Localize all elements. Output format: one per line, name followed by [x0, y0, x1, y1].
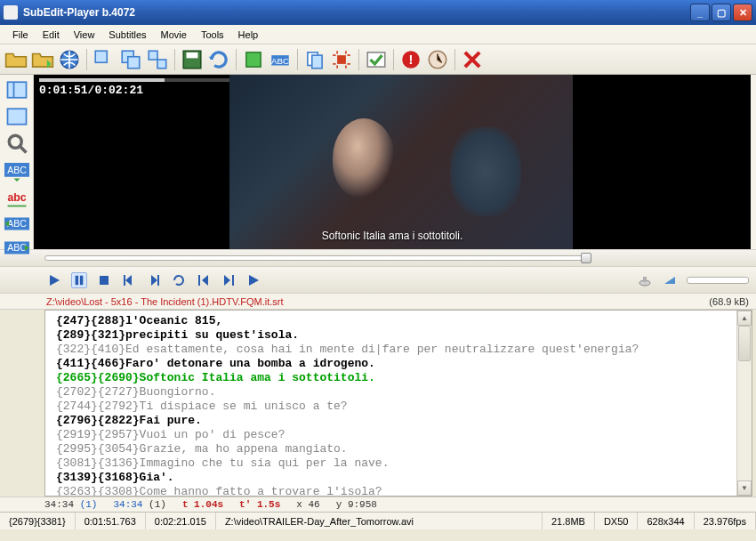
- menu-edit[interactable]: Edit: [36, 28, 67, 42]
- menu-movie[interactable]: Movie: [154, 28, 194, 42]
- svg-rect-32: [100, 276, 109, 285]
- scroll-thumb[interactable]: [738, 326, 751, 361]
- window-3-button[interactable]: [145, 47, 170, 72]
- svg-rect-14: [367, 52, 385, 66]
- subtitle-line[interactable]: {2995}{3054}Grazie, ma ho appena mangiat…: [56, 442, 734, 456]
- side-abc-blue-button[interactable]: ABC: [4, 162, 30, 182]
- subtitle-line[interactable]: {3263}{3308}Come hanno fatto a trovare l…: [56, 485, 734, 497]
- playback-controls: [0, 267, 756, 294]
- minimize-button[interactable]: _: [690, 4, 710, 21]
- maximize-button[interactable]: ▢: [712, 4, 731, 21]
- play2-button[interactable]: [245, 272, 261, 288]
- target-button[interactable]: [329, 47, 354, 72]
- marker-green-button[interactable]: [241, 47, 266, 72]
- scroll-up-button[interactable]: ▲: [737, 311, 752, 326]
- subtitle-line[interactable]: {2702}{2727}Buongiorno.: [56, 385, 734, 400]
- subtitle-line[interactable]: {247}{288}l'Oceanic 815,: [56, 314, 734, 328]
- side-zoom-button[interactable]: [4, 132, 30, 155]
- step-back-button[interactable]: [121, 272, 137, 288]
- volume-icon[interactable]: [662, 272, 678, 288]
- status-fps: 23.976fps: [695, 513, 756, 529]
- window-titlebar: SubEdit-Player b.4072 _ ▢ ✕: [0, 0, 756, 25]
- video-time-overlay: 0:01:51/0:02:21: [39, 84, 143, 97]
- info-a: 34:34: [44, 499, 74, 510]
- status-duration: 0:02:21.015: [146, 513, 216, 529]
- subtitle-line[interactable]: {411}{466}Faro' detonare una bomba a idr…: [56, 357, 734, 371]
- info-a2: (1): [80, 499, 98, 510]
- error-button[interactable]: !: [398, 47, 423, 72]
- svg-rect-8: [246, 52, 261, 66]
- subtitle-list[interactable]: {247}{288}l'Oceanic 815,{289}{321}precip…: [44, 310, 752, 497]
- svg-rect-35: [198, 275, 200, 286]
- app-icon: [4, 5, 18, 20]
- status-size: 21.8MB: [543, 513, 595, 529]
- copy-button[interactable]: [302, 47, 327, 72]
- side-abc-left-button[interactable]: ABC: [4, 214, 30, 234]
- info-t1: t 1.04s: [182, 499, 223, 510]
- refresh-button[interactable]: [206, 47, 231, 72]
- svg-rect-34: [157, 275, 159, 286]
- delete-button[interactable]: [460, 47, 485, 72]
- stop-button[interactable]: [96, 272, 112, 288]
- svg-text:ABC: ABC: [7, 165, 27, 175]
- svg-rect-3: [128, 56, 140, 68]
- seek-thumb[interactable]: [581, 253, 591, 263]
- window-2-button[interactable]: [118, 47, 143, 72]
- window-1-button[interactable]: [92, 47, 117, 72]
- main-toolbar: ABC !: [0, 44, 756, 75]
- subtitle-line[interactable]: {3081}{3136}Immagino che tu sia qui per …: [56, 456, 734, 471]
- video-frame: [229, 75, 573, 249]
- web-button[interactable]: [57, 47, 82, 72]
- menu-help[interactable]: Help: [231, 28, 266, 42]
- prev-button[interactable]: [196, 272, 212, 288]
- save-button[interactable]: [180, 47, 205, 72]
- subtitle-line[interactable]: {322}{410}Ed esattamente, cosa hai in me…: [56, 343, 734, 357]
- seek-slider[interactable]: [44, 255, 587, 261]
- subtitle-line[interactable]: {2665}{2690}Softonic Italia ama i sottot…: [56, 371, 734, 385]
- marker-abc-button[interactable]: ABC: [268, 47, 293, 72]
- volume-slider[interactable]: [687, 277, 749, 284]
- subtitle-line[interactable]: {3139}{3168}Gia'.: [56, 471, 734, 485]
- subtitle-line[interactable]: {2796}{2822}Fai pure.: [56, 414, 734, 428]
- close-button[interactable]: ✕: [733, 4, 752, 21]
- subtitle-scrollbar[interactable]: ▲ ▼: [736, 311, 752, 496]
- menu-file[interactable]: File: [5, 28, 36, 42]
- loop-button[interactable]: [171, 272, 187, 288]
- next-button[interactable]: [221, 272, 237, 288]
- status-filepath: Z:\video\TRAILER-Day_After_Tomorrow.avi: [216, 513, 543, 529]
- info-b2: (1): [149, 499, 166, 510]
- seek-row: [0, 249, 756, 267]
- info-x: x 46: [296, 499, 319, 510]
- drive-icon[interactable]: [637, 272, 653, 288]
- info-row: 34:34 (1) 34:34 (1) t 1.04s t' 1.5s x 46…: [0, 497, 756, 512]
- open-file-button[interactable]: [4, 47, 28, 72]
- pause-button[interactable]: [71, 272, 87, 288]
- menu-subtitles[interactable]: Subtitles: [101, 28, 153, 42]
- open-folder-button[interactable]: [30, 47, 55, 72]
- subtitle-file-size: (68.9 kB): [709, 296, 749, 307]
- subtitle-line[interactable]: {2919}{2957}Vuoi un po' di pesce?: [56, 428, 734, 442]
- side-layout-button[interactable]: [4, 105, 30, 128]
- subtitle-line[interactable]: {289}{321}precipiti su quest'isola.: [56, 328, 734, 343]
- svg-line-22: [20, 147, 26, 153]
- subtitle-line[interactable]: {2744}{2792}Ti dispiace se mi unisco a t…: [56, 400, 734, 414]
- side-abc-right-button[interactable]: ABC: [4, 238, 30, 258]
- svg-rect-30: [76, 275, 79, 285]
- clock-button[interactable]: [425, 47, 450, 72]
- svg-text:abc: abc: [7, 191, 26, 204]
- menu-view[interactable]: View: [67, 28, 102, 42]
- video-player[interactable]: 0:01:51/0:02:21 Softonic Italia ama i so…: [34, 75, 751, 249]
- svg-text:ABC: ABC: [271, 55, 289, 65]
- menu-tools[interactable]: Tools: [194, 28, 231, 42]
- svg-rect-12: [312, 55, 322, 69]
- video-subtitle-overlay: Softonic Italia ama i sottotitoli.: [34, 230, 751, 242]
- step-fwd-button[interactable]: [146, 272, 162, 288]
- svg-text:!: !: [409, 52, 414, 66]
- play-button[interactable]: [46, 272, 62, 288]
- side-panel-button[interactable]: [4, 78, 30, 101]
- side-abc-red-button[interactable]: abc: [4, 190, 30, 210]
- scroll-down-button[interactable]: ▼: [737, 480, 752, 496]
- check-button[interactable]: [364, 47, 389, 72]
- side-toolbar: ABC abc ABC ABC: [0, 75, 34, 249]
- svg-rect-20: [7, 109, 26, 125]
